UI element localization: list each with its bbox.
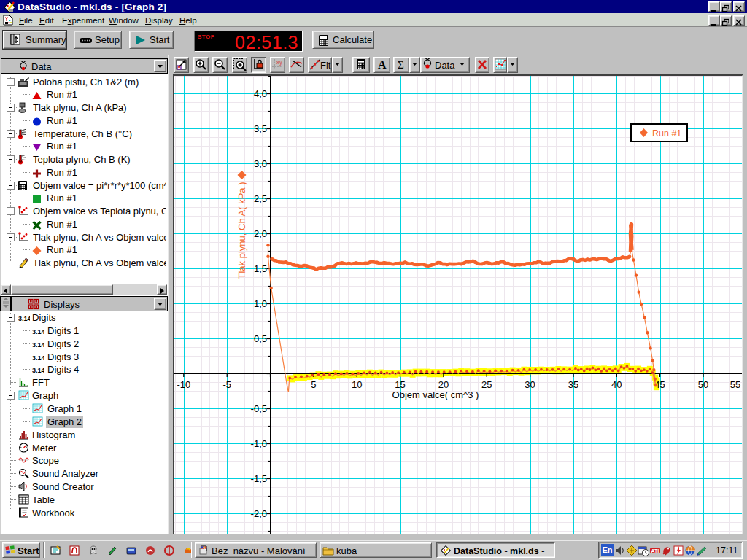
svg-text:-10: -10 [177,379,190,390]
svg-text:15: 15 [395,379,405,390]
svg-text:35: 35 [568,379,578,390]
svg-text:55: 55 [730,379,740,390]
svg-text:Objem valce( cm^3 ): Objem valce( cm^3 ) [392,389,479,400]
svg-text:xy: xy [276,60,282,66]
svg-text:40: 40 [611,379,622,390]
svg-text:3.14: 3.14 [32,367,44,374]
svg-text:3,5: 3,5 [254,123,267,134]
svg-text:-5: -5 [222,379,231,390]
svg-text:Run #1: Run #1 [652,128,681,139]
svg-text:20: 20 [438,379,449,390]
svg-text:1,5: 1,5 [254,263,267,274]
svg-text:A: A [378,58,387,71]
svg-text:5: 5 [311,379,316,390]
svg-text:-0,5: -0,5 [251,403,267,414]
svg-text:-2,0: -2,0 [251,508,267,519]
svg-text:3.14: 3.14 [32,354,44,362]
svg-text:Tlak plynu, Ch A( kPa ): Tlak plynu, Ch A( kPa ) [236,182,247,279]
svg-text:10: 10 [352,379,362,390]
svg-text:3,0: 3,0 [254,158,267,169]
svg-text:Σ: Σ [398,59,404,71]
svg-text:ATI: ATI [651,548,659,553]
svg-text:2,0: 2,0 [254,228,267,239]
svg-text:-1,0: -1,0 [251,438,267,449]
svg-text:4,0: 4,0 [254,88,267,99]
svg-text:-1,5: -1,5 [251,473,267,484]
svg-text:3.14: 3.14 [18,315,30,322]
svg-text:2,5: 2,5 [254,193,267,204]
svg-text:25: 25 [481,379,492,390]
svg-text:1,0: 1,0 [254,298,267,309]
svg-text:30: 30 [525,379,535,390]
svg-text:0,5: 0,5 [254,333,267,344]
svg-text:3.14: 3.14 [32,328,44,335]
svg-text:3.14: 3.14 [32,341,44,349]
svg-text:50: 50 [698,379,708,390]
